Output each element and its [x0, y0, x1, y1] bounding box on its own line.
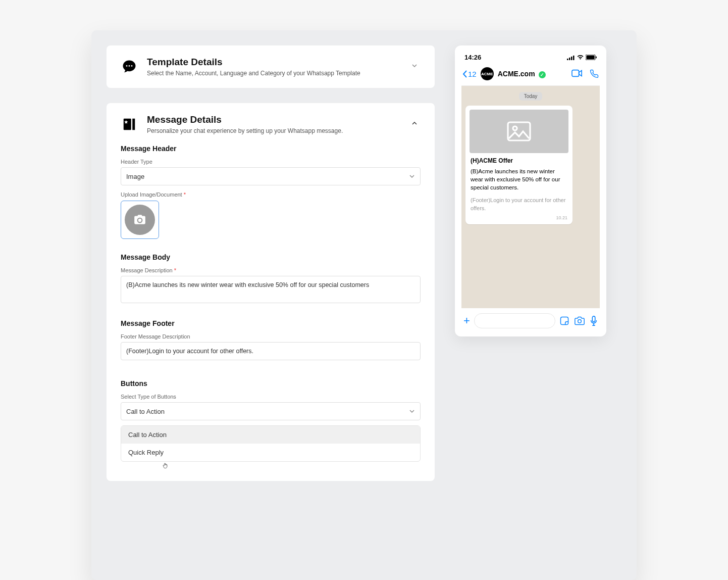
template-details-title: Template Details: [147, 57, 360, 68]
chat-body: Today (H)ACME Offer (B)Acme launches its…: [461, 86, 600, 308]
message-header-section: Message Header: [121, 144, 421, 153]
preview-message-time: 10.21: [470, 215, 568, 220]
svg-rect-16: [592, 316, 595, 322]
template-details-subtitle: Select the Name, Account, Language and C…: [147, 70, 360, 77]
dropdown-option-quick-reply[interactable]: Quick Reply: [121, 444, 420, 461]
buttons-type-label: Select Type of Buttons: [121, 394, 421, 400]
chevron-down-icon: [409, 408, 415, 414]
message-details-subtitle: Personalize your chat experience by sett…: [147, 127, 343, 134]
whatsapp-preview: 14:26 12 ACME ACME.com ✓ Today: [455, 45, 606, 336]
status-time: 14:26: [464, 54, 481, 61]
collapse-message-details[interactable]: [408, 117, 421, 129]
message-body-section: Message Body: [121, 253, 421, 261]
attach-button[interactable]: +: [463, 314, 470, 327]
buttons-section: Buttons: [121, 379, 421, 388]
header-type-value: Image: [126, 173, 144, 180]
preview-body-text: (B)Acme launches its new winter wear wit…: [470, 167, 568, 191]
chevron-left-icon: [462, 70, 467, 78]
signal-icon: [567, 55, 575, 60]
editor-column: Template Details Select the Name, Accoun…: [107, 45, 435, 565]
avatar: ACME: [481, 67, 494, 80]
svg-rect-5: [569, 58, 570, 60]
footer-label: Footer Message Description: [121, 333, 421, 340]
dropdown-option-call-to-action[interactable]: Call to Action: [121, 426, 420, 444]
upload-label: Upload Image/Document: [121, 191, 421, 198]
header-type-select[interactable]: Image: [121, 167, 421, 185]
chat-input-bar: +: [461, 308, 600, 328]
back-button[interactable]: 12: [462, 70, 477, 78]
buttons-type-value: Call to Action: [126, 408, 165, 415]
svg-point-1: [129, 65, 130, 67]
svg-rect-3: [124, 119, 131, 130]
wifi-icon: [577, 55, 584, 60]
image-icon: [507, 121, 531, 141]
message-footer-section: Message Footer: [121, 319, 421, 327]
chevron-down-icon: [409, 173, 415, 179]
svg-rect-11: [572, 70, 579, 77]
chat-text-input[interactable]: [474, 313, 555, 328]
message-details-card: Message Details Personalize your chat ex…: [107, 103, 435, 481]
svg-rect-9: [587, 56, 595, 60]
svg-rect-6: [571, 57, 573, 60]
buttons-type-dropdown: Call to Action Quick Reply: [121, 425, 421, 462]
expand-template-details[interactable]: [408, 60, 421, 72]
svg-rect-10: [596, 57, 597, 59]
svg-point-15: [578, 320, 582, 323]
phone-status-bar: 14:26: [461, 54, 600, 64]
body-label: Message Description: [121, 267, 421, 273]
svg-point-2: [131, 65, 133, 67]
phone-call-icon[interactable]: [590, 69, 599, 78]
cursor-pointer-icon: [162, 462, 169, 470]
preview-footer-text: (Footer)Login to your account for other …: [470, 197, 568, 212]
mic-icon[interactable]: [590, 316, 598, 326]
message-image-placeholder: [470, 110, 568, 153]
buttons-type-select[interactable]: Call to Action: [121, 402, 421, 420]
contact-name: ACME.com ✓: [498, 70, 567, 78]
date-pill: Today: [519, 92, 543, 101]
chat-bubble-icon: [121, 58, 138, 75]
camera-icon: [125, 205, 155, 235]
template-details-card: Template Details Select the Name, Accoun…: [107, 45, 435, 88]
svg-point-13: [513, 126, 517, 130]
app-shell: Template Details Select the Name, Accoun…: [91, 30, 637, 580]
camera-icon[interactable]: [575, 316, 585, 326]
svg-rect-14: [561, 317, 568, 325]
chat-header: 12 ACME ACME.com ✓: [461, 64, 600, 86]
preview-header-text: (H)ACME Offer: [470, 157, 568, 164]
svg-point-0: [126, 65, 128, 67]
battery-icon: [586, 55, 597, 60]
message-body-input[interactable]: [121, 276, 421, 303]
message-details-title: Message Details: [147, 114, 343, 125]
sticker-icon[interactable]: [559, 316, 569, 326]
upload-image-box[interactable]: [121, 201, 159, 239]
header-type-label: Header Type: [121, 159, 421, 165]
verified-badge-icon: ✓: [539, 71, 546, 78]
message-details-icon: [121, 116, 138, 133]
message-bubble: (H)ACME Offer (B)Acme launches its new w…: [465, 106, 573, 224]
back-count: 12: [468, 70, 477, 78]
svg-rect-7: [573, 56, 575, 60]
svg-rect-4: [567, 59, 568, 60]
svg-rect-12: [508, 122, 530, 140]
video-call-icon[interactable]: [571, 69, 583, 77]
message-footer-input[interactable]: [121, 342, 421, 360]
